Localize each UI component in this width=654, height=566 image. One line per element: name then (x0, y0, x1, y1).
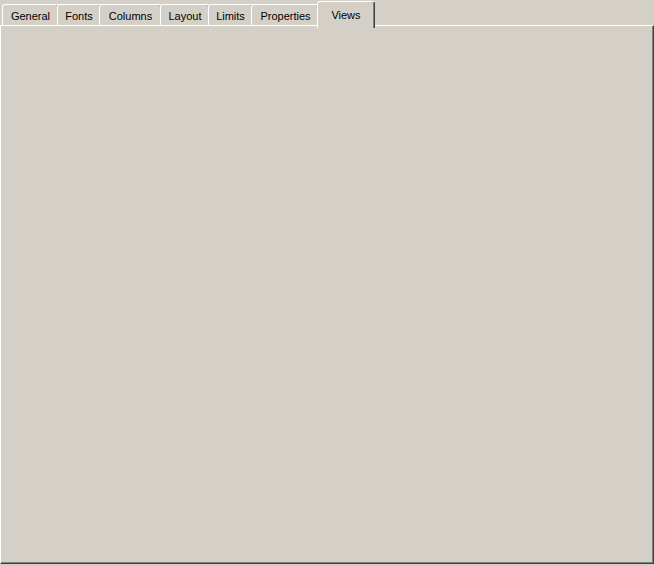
tab-label: Layout (168, 10, 201, 22)
tab-label: Properties (260, 10, 310, 22)
tab-content-panel (0, 25, 654, 564)
tab-label: Views (331, 9, 360, 21)
tab-layout[interactable]: Layout (160, 4, 210, 26)
tab-views[interactable]: Views (317, 1, 375, 28)
tab-properties[interactable]: Properties (251, 4, 320, 26)
tab-fonts[interactable]: Fonts (57, 4, 101, 26)
tab-label: Fonts (65, 10, 93, 22)
tab-label: Columns (109, 10, 152, 22)
tab-columns[interactable]: Columns (99, 4, 162, 26)
tab-general[interactable]: General (2, 4, 59, 26)
tab-label: Limits (216, 10, 245, 22)
tab-label: General (11, 10, 50, 22)
views-dialog: General Fonts Columns Layout Limits Prop… (0, 0, 654, 566)
tab-limits[interactable]: Limits (208, 4, 253, 26)
